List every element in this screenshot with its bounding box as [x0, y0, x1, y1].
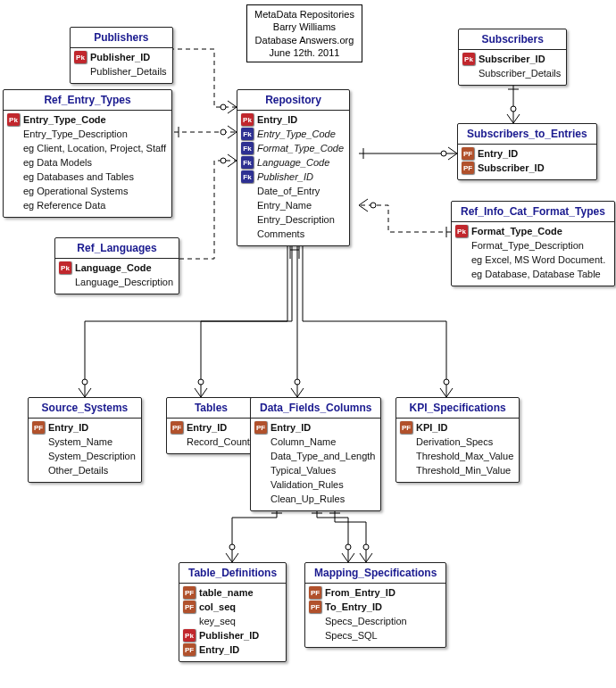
entity-row: Threshold_Max_Value: [400, 449, 513, 463]
field-label: Subscriber_Details: [479, 68, 561, 79]
field-label: Entry_Type_Description: [23, 128, 128, 139]
title-line: MetaData Repositories: [254, 8, 354, 21]
entity-row: PFTo_Entry_ID: [309, 600, 440, 614]
entity-header: Ref_Languages: [55, 238, 179, 259]
field-label: table_name: [199, 587, 254, 598]
pk-fk-icon: PF: [309, 586, 321, 599]
entity-row: Entry_Name: [241, 198, 344, 212]
field-label: Entry_Type_Code: [257, 128, 336, 139]
entity-row: PkLanguage_Code: [59, 261, 173, 275]
entity-header: Ref_Entry_Types: [4, 90, 171, 111]
field-label: Date_of_Entry: [257, 186, 320, 196]
entity-row: PkPublisher_ID: [183, 628, 280, 642]
field-label: Threshold_Max_Value: [416, 451, 513, 461]
entity-row: System_Name: [32, 435, 136, 449]
field-label: eg Databases and Tables: [23, 171, 134, 182]
entity-row: PFcol_seq: [183, 600, 280, 614]
entity-header: Data_Fields_Columns: [251, 398, 380, 419]
primary-key-icon: Pk: [241, 113, 254, 126]
pk-fk-icon: PF: [183, 601, 196, 613]
field-label: Entry_ID: [199, 644, 239, 655]
entity-body: PkLanguage_CodeLanguage_Description: [55, 259, 179, 294]
field-label: Format_Type_Code: [471, 226, 562, 236]
entity-mapping-specifications: Mapping_SpecificationsPFFrom_Entry_IDPFT…: [304, 562, 446, 648]
field-label: Language_Description: [75, 277, 173, 287]
entity-table-definitions: Table_DefinitionsPFtable_namePFcol_seqke…: [179, 562, 287, 662]
diagram-title-box: MetaData Repositories Barry Williams Dat…: [246, 4, 362, 62]
field-label: Entry_ID: [478, 148, 518, 159]
entity-body: PkSubscriber_IDSubscriber_Details: [459, 50, 566, 85]
field-label: Data_Type_and_Length: [271, 451, 375, 461]
entity-row: PkEntry_Type_Code: [7, 112, 166, 127]
entity-row: key_seq: [183, 614, 280, 628]
field-label: To_Entry_ID: [325, 601, 382, 612]
svg-point-1: [221, 104, 226, 110]
entity-row: FkFormat_Type_Code: [241, 141, 344, 155]
entity-row: Validation_Rules: [254, 477, 375, 492]
entity-header: Ref_Info_Cat_Format_Types: [452, 202, 614, 222]
pk-fk-icon: PF: [309, 601, 321, 613]
field-label: Publisher_ID: [199, 630, 259, 641]
entity-header: Source_Systems: [29, 398, 141, 419]
entity-header: Publishers: [71, 28, 172, 48]
svg-point-11: [370, 203, 376, 208]
svg-point-16: [82, 379, 87, 385]
field-label: From_Entry_ID: [325, 587, 395, 598]
entity-row: eg Data Models: [7, 155, 166, 170]
entity-row: Clean_Up_Rules: [254, 492, 375, 506]
entity-row: Threshold_Min_Value: [400, 463, 513, 477]
entity-header: Mapping_Specifications: [305, 563, 445, 584]
field-label: KPI_ID: [416, 422, 447, 433]
entity-row: Comments: [241, 227, 344, 241]
field-label: Column_Name: [271, 436, 336, 447]
entity-body: PkEntry_Type_CodeEntry_Type_Descriptione…: [4, 111, 171, 217]
pk-fk-icon: PF: [400, 421, 412, 434]
entity-data-fields-columns: Data_Fields_ColumnsPFEntry_IDColumn_Name…: [250, 397, 381, 511]
entity-row: PFFrom_Entry_ID: [309, 585, 440, 600]
field-label: Entry_Type_Code: [23, 114, 106, 125]
entity-body: PFEntry_IDSystem_NameSystem_DescriptionO…: [29, 419, 141, 482]
svg-point-23: [345, 544, 351, 550]
entity-row: eg Excel, MS Word Document.: [455, 253, 609, 267]
svg-point-5: [221, 158, 226, 163]
pk-fk-icon: PF: [183, 586, 196, 599]
entity-body: PFEntry_IDPFSubscriber_ID: [458, 145, 596, 179]
entity-body: PkEntry_IDFkEntry_Type_CodeFkFormat_Type…: [237, 111, 349, 245]
entity-body: PFtable_namePFcol_seqkey_seqPkPublisher_…: [179, 584, 286, 661]
field-label: Derivation_Specs: [416, 436, 493, 447]
entity-body: PkFormat_Type_CodeFormat_Type_Descriptio…: [452, 222, 614, 286]
entity-row: PFtable_name: [183, 585, 280, 600]
field-label: Entry_Description: [257, 214, 335, 225]
field-label: Entry_ID: [271, 422, 311, 433]
pk-fk-icon: PF: [183, 643, 196, 656]
entity-row: Record_Count: [171, 435, 250, 449]
field-label: Subscriber_ID: [478, 162, 545, 173]
svg-point-9: [441, 151, 446, 156]
primary-key-icon: Pk: [59, 261, 71, 274]
pk-fk-icon: PF: [462, 162, 474, 174]
entity-row: PFEntry_ID: [171, 420, 250, 435]
entity-header: Table_Definitions: [179, 563, 286, 584]
field-label: Comments: [257, 228, 304, 239]
entity-header: Tables: [167, 398, 255, 419]
field-label: Entry_ID: [187, 422, 227, 433]
field-label: System_Description: [48, 451, 136, 461]
entity-row: eg Database, Database Table: [455, 267, 609, 281]
entity-ref-info-cat-format-types: Ref_Info_Cat_Format_TypesPkFormat_Type_C…: [451, 201, 615, 286]
entity-row: Entry_Description: [241, 212, 344, 227]
field-label: Language_Code: [257, 157, 329, 168]
field-label: Subscriber_ID: [479, 54, 545, 64]
title-line: Barry Williams: [254, 21, 354, 33]
entity-row: PFKPI_ID: [400, 420, 513, 435]
field-label: Publisher_Details: [90, 66, 167, 77]
foreign-key-icon: Fk: [241, 128, 254, 140]
entity-header: Subscribers_to_Entries: [458, 124, 596, 145]
field-label: Specs_Description: [325, 616, 407, 626]
entity-subscribers: SubscribersPkSubscriber_IDSubscriber_Det…: [458, 29, 567, 86]
entity-row: PkEntry_ID: [241, 112, 344, 127]
field-label: Record_Count: [187, 436, 250, 447]
entity-header: Repository: [237, 90, 349, 111]
pk-fk-icon: PF: [462, 147, 474, 160]
primary-key-icon: Pk: [183, 629, 196, 642]
svg-point-17: [198, 379, 204, 385]
